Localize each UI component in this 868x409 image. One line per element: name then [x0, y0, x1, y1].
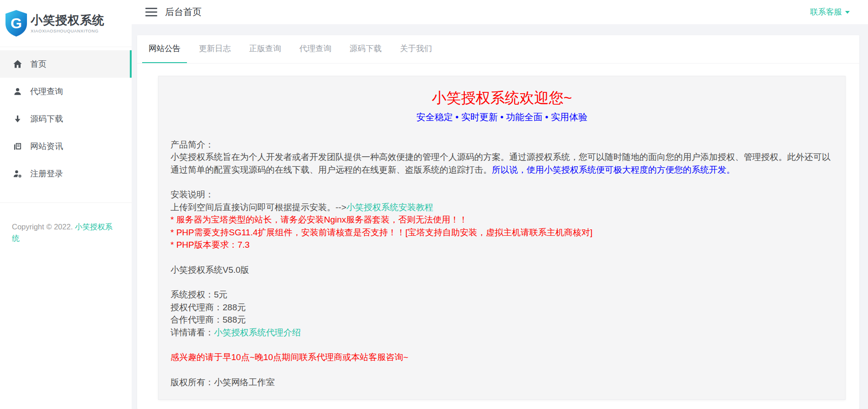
- page-title: 后台首页: [165, 6, 202, 18]
- sidebar-item-source-download[interactable]: 源码下载: [0, 105, 132, 133]
- sidebar-item-label: 代理查询: [30, 86, 63, 97]
- sidebar-item-agent-query[interactable]: 代理查询: [0, 78, 132, 105]
- sidebar-item-home[interactable]: 首页: [0, 50, 132, 78]
- tab-content: 小笑授权系统欢迎您~ 安全稳定 • 实时更新 • 功能全面 • 实用体验 产品简…: [137, 64, 859, 409]
- tab-about-us[interactable]: 关于我们: [394, 35, 438, 63]
- install-instruction: 上传到空间后直接访问即可根据提示安装。-->小笑授权系统安装教程: [170, 201, 833, 214]
- tab-source-download[interactable]: 源码下载: [343, 35, 388, 63]
- announcement-title: 小笑授权系统欢迎您~: [170, 88, 833, 107]
- product-intro-paragraph: 小笑授权系统旨在为个人开发者或者开发团队提供一种高效便捷的管理个人源码的方案。通…: [170, 151, 833, 176]
- page: { "colors": { "accent_teal": "#26c3a6", …: [0, 0, 868, 409]
- tab-bar: 网站公告 更新日志 正版查询 代理查询 源码下载 关于我们: [137, 35, 859, 64]
- contact-service-label: 联系客服: [810, 6, 842, 17]
- tab-site-announcement[interactable]: 网站公告: [142, 35, 187, 63]
- user-icon: [13, 87, 22, 96]
- warning-nginx: * 服务器为宝塔类型的站长，请务必安装Nginx服务器套装，否则无法使用！！: [170, 213, 833, 226]
- product-intro-highlight: 所以说，使用小笑授权系统便可极大程度的方便您的系统开发。: [492, 165, 735, 175]
- shield-logo-icon: G: [5, 10, 27, 37]
- news-icon: [13, 142, 22, 151]
- tab-genuine-query[interactable]: 正版查询: [243, 35, 288, 63]
- install-text: 上传到空间后直接访问即可根据提示安装。-->: [170, 202, 346, 212]
- menu-toggle-icon[interactable]: [145, 8, 157, 16]
- agent-intro-link[interactable]: 小笑授权系统代理介绍: [214, 328, 301, 337]
- content-card: 网站公告 更新日志 正版查询 代理查询 源码下载 关于我们 小笑授权系统欢迎您~…: [137, 35, 859, 409]
- detail-label: 详情请看：: [170, 328, 214, 337]
- sidebar-menu: 首页 代理查询 源码下载 网站资讯: [0, 47, 132, 187]
- detail-line: 详情请看：小笑授权系统代理介绍: [170, 326, 833, 339]
- warning-php-version: * PHP版本要求：7.3: [170, 239, 833, 251]
- sidebar: G 小笑授权系统 XIAOXIAOSHOUQUANXITONG 首页 代理查询 …: [0, 0, 132, 409]
- warning-sg11: * PHP需要支持SG11.4扩展组件，安装前请核查是否支持！！[宝塔支持自助安…: [170, 226, 833, 239]
- product-intro-heading: 产品简介：: [170, 138, 833, 151]
- install-tutorial-link[interactable]: 小笑授权系统安装教程: [346, 202, 433, 212]
- sidebar-item-label: 网站资讯: [30, 141, 63, 152]
- price-agent: 授权代理商：288元: [170, 301, 833, 314]
- chevron-down-icon: [845, 11, 850, 14]
- sidebar-item-register-login[interactable]: 注册登录: [0, 160, 132, 187]
- price-partner: 合作代理商：588元: [170, 313, 833, 326]
- sidebar-item-site-news[interactable]: 网站资讯: [0, 133, 132, 160]
- copyright-text: Copyright © 2022.: [12, 223, 75, 231]
- brand-subtitle: XIAOXIAOSHOUQUANXITONG: [31, 28, 105, 33]
- content-area: 网站公告 更新日志 正版查询 代理查询 源码下载 关于我们 小笑授权系统欢迎您~…: [132, 24, 868, 409]
- topbar: 后台首页 联系客服: [132, 0, 868, 24]
- sidebar-item-label: 首页: [30, 58, 47, 69]
- contact-service-dropdown[interactable]: 联系客服: [810, 6, 850, 17]
- sidebar-item-label: 注册登录: [30, 168, 63, 179]
- sidebar-copyright: Copyright © 2022. 小笑授权系统: [0, 203, 132, 244]
- home-icon: [13, 59, 22, 69]
- tab-update-log[interactable]: 更新日志: [192, 35, 237, 63]
- version-line: 小笑授权系统V5.0版: [170, 264, 833, 276]
- tab-agent-query[interactable]: 代理查询: [293, 35, 338, 63]
- announcement-box: 小笑授权系统欢迎您~ 安全稳定 • 实时更新 • 功能全面 • 实用体验 产品简…: [158, 76, 846, 400]
- download-icon: [13, 114, 22, 124]
- install-heading: 安装说明：: [170, 188, 833, 201]
- register-icon: [13, 169, 22, 179]
- brand-logo: G 小笑授权系统 XIAOXIAOSHOUQUANXITONG: [0, 0, 132, 47]
- owner-line: 版权所有：小笑网络工作室: [170, 376, 833, 389]
- announcement-subtitle: 安全稳定 • 实时更新 • 功能全面 • 实用体验: [170, 111, 833, 123]
- contact-notice: 感兴趣的请于早10点~晚10点期间联系代理商或本站客服咨询~: [170, 351, 833, 364]
- sidebar-item-label: 源码下载: [30, 113, 63, 124]
- main-area: 后台首页 联系客服 网站公告 更新日志 正版查询 代理查询 源码下载 关于我们 …: [132, 0, 868, 409]
- svg-text:G: G: [11, 15, 22, 32]
- price-system: 系统授权：5元: [170, 288, 833, 301]
- brand-title: 小笑授权系统: [31, 13, 105, 27]
